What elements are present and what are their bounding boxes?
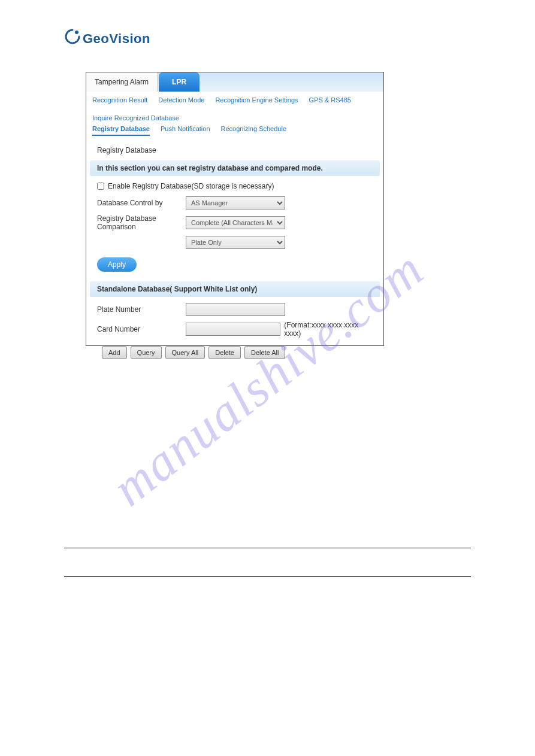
card-number-label: Card Number <box>97 325 186 333</box>
enable-registry-checkbox[interactable] <box>97 183 104 190</box>
delete-all-button[interactable]: Delete All <box>244 346 285 359</box>
add-button[interactable]: Add <box>102 346 127 359</box>
brand-logo: GeoVision <box>65 29 150 44</box>
nav-recognizing-schedule[interactable]: Recognizing Schedule <box>221 125 286 136</box>
config-panel: Tampering Alarm LPR Recognition Result D… <box>86 72 384 346</box>
database-control-select[interactable]: AS Manager <box>186 196 285 210</box>
section-title: Registry Database <box>86 138 383 160</box>
tab-tampering-alarm[interactable]: Tampering Alarm <box>86 72 158 92</box>
enable-registry-label: Enable Registry Database(SD storage is n… <box>108 182 274 190</box>
subnav-row-1: Recognition Result Detection Mode Recogn… <box>86 92 383 122</box>
card-number-hint: (Format:xxxx xxxx xxxx xxxx) <box>284 321 373 338</box>
tab-lpr[interactable]: LPR <box>159 72 200 92</box>
info-banner-registry: In this section you can set registry dat… <box>90 160 380 176</box>
nav-recognition-engine-settings[interactable]: Recognition Engine Settings <box>215 96 298 104</box>
info-banner-standalone: Standalone Database( Support White List … <box>90 281 380 297</box>
query-all-button[interactable]: Query All <box>165 346 205 359</box>
subnav-row-2: Registry Database Push Notification Reco… <box>86 122 383 138</box>
divider-1 <box>64 548 471 548</box>
comparison-label: Registry Database Comparison <box>97 214 186 231</box>
globe-icon <box>65 29 80 44</box>
svg-point-0 <box>75 31 78 34</box>
nav-gps-rs485[interactable]: GPS & RS485 <box>309 96 351 104</box>
comparison-select[interactable]: Complete (All Characters Match) <box>186 216 285 229</box>
plate-only-select[interactable]: Plate Only <box>186 236 285 249</box>
apply-button[interactable]: Apply <box>97 257 137 272</box>
nav-push-notification[interactable]: Push Notification <box>161 125 210 136</box>
nav-registry-database[interactable]: Registry Database <box>92 125 150 136</box>
divider-2 <box>64 576 471 577</box>
card-number-input[interactable] <box>186 323 280 336</box>
database-control-label: Database Control by <box>97 199 186 207</box>
brand-name: GeoVision <box>83 31 150 47</box>
nav-recognition-result[interactable]: Recognition Result <box>92 96 147 104</box>
plate-number-input[interactable] <box>186 303 285 316</box>
plate-number-label: Plate Number <box>97 305 186 314</box>
nav-inquire-recognized-database[interactable]: Inquire Recognized Database <box>92 114 179 122</box>
delete-button[interactable]: Delete <box>208 346 241 359</box>
nav-detection-mode[interactable]: Detection Mode <box>158 96 204 104</box>
top-tabs: Tampering Alarm LPR <box>86 72 383 92</box>
query-button[interactable]: Query <box>131 346 162 359</box>
